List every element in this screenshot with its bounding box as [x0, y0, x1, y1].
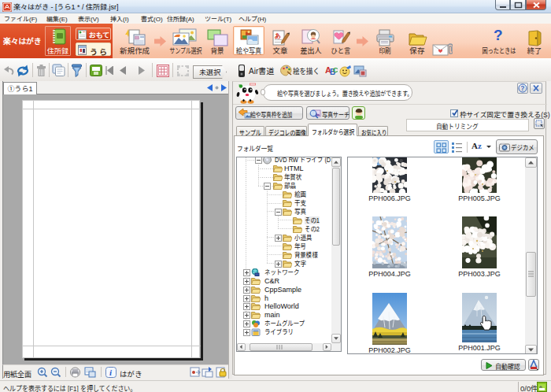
svg-text:?: ? — [520, 84, 524, 92]
svg-text:あ: あ — [275, 31, 281, 39]
svg-text:C: C — [333, 66, 338, 74]
